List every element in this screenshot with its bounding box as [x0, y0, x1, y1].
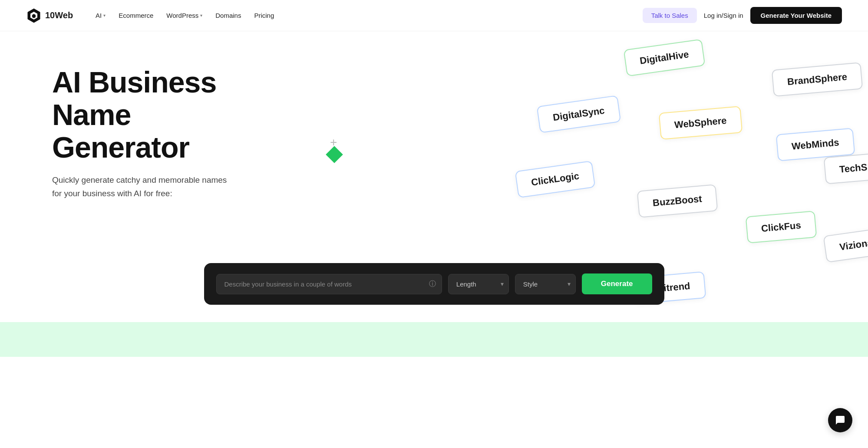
logo[interactable]: 10Web	[26, 8, 73, 23]
name-card: TechS	[824, 152, 868, 184]
hero-left: AI Business Name Generator Quickly gener…	[0, 31, 269, 357]
name-card: ClickFus	[746, 211, 817, 244]
name-card: BuzzBoost	[637, 184, 718, 218]
name-card: ClickLogic	[515, 161, 596, 198]
nav-ai[interactable]: AI ▾	[90, 8, 111, 23]
diamond-icon	[326, 146, 343, 163]
name-card: Vizionary	[823, 226, 868, 263]
hero-title: AI Business Name Generator	[52, 66, 269, 163]
nav-right: Talk to Sales Log in/Sign in Generate Yo…	[643, 7, 842, 24]
logo-text: 10Web	[45, 10, 73, 20]
chat-icon	[835, 415, 845, 425]
nav-links: AI ▾ Ecommerce WordPress ▾ Domains Prici…	[90, 8, 643, 23]
login-link[interactable]: Log in/Sign in	[704, 12, 743, 19]
talk-to-sales-button[interactable]: Talk to Sales	[643, 8, 697, 23]
name-card: DigitalHive	[624, 39, 706, 77]
search-input-wrap: ⓘ	[216, 274, 442, 294]
nav-ecommerce[interactable]: Ecommerce	[113, 8, 158, 23]
generate-form: ⓘ LengthShortMediumLong StyleModernClass…	[204, 263, 664, 305]
main-nav: 10Web AI ▾ Ecommerce WordPress ▾ Domains…	[0, 0, 868, 31]
style-select-wrap: StyleModernClassicCreativeTechnical	[515, 274, 576, 294]
generate-button[interactable]: Generate	[582, 273, 652, 294]
length-select-wrap: LengthShortMediumLong	[448, 274, 509, 294]
name-card: DigitalSync	[537, 95, 621, 133]
chat-bubble[interactable]	[828, 408, 852, 432]
nav-pricing[interactable]: Pricing	[249, 8, 279, 23]
chevron-down-icon: ▾	[103, 13, 106, 18]
info-icon[interactable]: ⓘ	[429, 280, 436, 289]
hero-subtitle: Quickly generate catchy and memorable na…	[52, 174, 234, 200]
nav-wordpress[interactable]: WordPress ▾	[161, 8, 208, 23]
logo-icon	[26, 8, 42, 23]
style-select[interactable]: StyleModernClassicCreativeTechnical	[515, 274, 576, 294]
length-select[interactable]: LengthShortMediumLong	[448, 274, 509, 294]
generate-website-button[interactable]: Generate Your Website	[750, 7, 842, 24]
business-description-input[interactable]	[216, 274, 442, 294]
name-card: WebSphere	[659, 106, 743, 140]
hero-section: DigitalHiveBrandSphereDigitalSyncWebSphe…	[0, 31, 868, 357]
chevron-down-icon: ▾	[200, 13, 202, 18]
name-card: BrandSphere	[772, 62, 863, 97]
nav-domains[interactable]: Domains	[210, 8, 246, 23]
